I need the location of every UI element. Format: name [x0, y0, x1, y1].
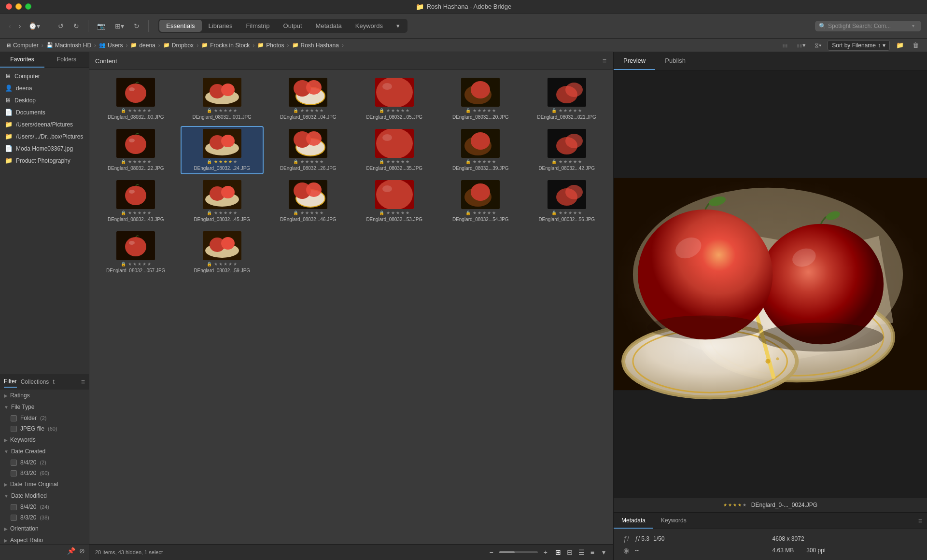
- folder-checkbox[interactable]: [11, 415, 17, 421]
- thumbnail-item[interactable]: 🔒 ★★★★★ DEnglard_08032...20.JPG: [439, 75, 522, 123]
- filter-ratings[interactable]: ▶ Ratings: [0, 390, 89, 401]
- fav-dropbox-pictures[interactable]: 📁 /Users/.../Dr...box/Pictures: [0, 130, 89, 142]
- fav-deena[interactable]: 👤 deena: [0, 82, 89, 94]
- view-toggle-btn2[interactable]: ⚏▾: [794, 41, 808, 50]
- filter-tab-collections[interactable]: Collections: [21, 377, 49, 387]
- tab-favorites[interactable]: Favorites: [0, 52, 44, 68]
- list-view-btn[interactable]: ☰: [576, 547, 587, 557]
- recent-button[interactable]: ⌚▾: [26, 20, 43, 32]
- filter-filetype[interactable]: ▼ File Type: [0, 401, 89, 413]
- tab-publish[interactable]: Publish: [655, 52, 695, 70]
- footer-more-btn[interactable]: ▾: [600, 547, 607, 557]
- tab-libraries[interactable]: Libraries: [202, 20, 239, 32]
- breadcrumb-dropbox[interactable]: 📁 Dropbox: [163, 42, 194, 49]
- zoom-minus-btn[interactable]: −: [487, 547, 495, 557]
- thumbnail-item[interactable]: 🔒 ★★★★★ DEnglard_08032...56.JPG: [525, 177, 609, 225]
- thumbnail-item[interactable]: 🔒 ★★★★★ DEnglard_08032...59.JPG: [181, 228, 264, 277]
- date-created-aug4-checkbox[interactable]: [11, 460, 17, 466]
- filter-tab-filter[interactable]: Filter: [4, 376, 17, 388]
- thumbnail-item[interactable]: 🔒 ★★★★★ DEnglard_08032...057.JPG: [94, 228, 178, 277]
- thumbnail-item[interactable]: 🔒 ★★★★★ DEnglard_08032...42.JPG: [525, 126, 609, 174]
- delete-btn[interactable]: 🗑: [910, 41, 921, 50]
- breadcrumb-macintosh[interactable]: 💾 Macintosh HD: [46, 42, 91, 49]
- filter-date-created-aug4[interactable]: 8/4/20 (2): [0, 457, 89, 468]
- fav-documents[interactable]: 📄 Documents: [0, 106, 89, 118]
- tab-preview[interactable]: Preview: [614, 52, 655, 70]
- minimize-button[interactable]: [15, 3, 22, 10]
- breadcrumb-frocks[interactable]: 📁 Frocks in Stock: [201, 42, 250, 49]
- filter-date-created-aug3[interactable]: 8/3/20 (60): [0, 468, 89, 478]
- meta-tab-metadata[interactable]: Metadata: [614, 513, 653, 529]
- search-dropdown-icon[interactable]: ▾: [912, 23, 914, 28]
- tab-filmstrip[interactable]: Filmstrip: [239, 20, 276, 32]
- filter-aspect-ratio[interactable]: ▶ Aspect Ratio: [0, 534, 89, 544]
- filter-date-modified-aug4[interactable]: 8/4/20 (24): [0, 502, 89, 512]
- pin-icon[interactable]: 📌: [67, 547, 75, 555]
- filter-date-created[interactable]: ▼ Date Created: [0, 446, 89, 457]
- filter-clear-icon[interactable]: ⊘: [79, 547, 85, 555]
- filter-btn[interactable]: ⧖▾: [812, 41, 824, 50]
- tab-essentials[interactable]: Essentials: [159, 20, 201, 32]
- breadcrumb-photos[interactable]: 📁 Photos: [257, 42, 284, 49]
- forward-button[interactable]: ›: [16, 20, 24, 32]
- grid-view-button[interactable]: ⊞▾: [112, 20, 127, 32]
- thumbnail-item[interactable]: 🔒 ★★★★★ DEnglard_08032...54.JPG: [439, 177, 522, 225]
- search-input[interactable]: [828, 23, 910, 29]
- thumbnail-item[interactable]: 🔒 ★★★★★ DEnglard_08032...43.JPG: [94, 177, 178, 225]
- date-created-aug3-checkbox[interactable]: [11, 470, 17, 476]
- filter-date-modified-aug3[interactable]: 8/3/20 (38): [0, 512, 89, 523]
- fav-desktop[interactable]: 🖥 Desktop: [0, 94, 89, 106]
- meta-options-icon[interactable]: ≡: [913, 517, 927, 525]
- thumbnail-item[interactable]: 🔒 ★★★★★ DEnglard_08032...24.JPG: [181, 126, 264, 174]
- filter-orientation[interactable]: ▶ Orientation: [0, 523, 89, 534]
- thumbnail-item[interactable]: 🔒 ★★★★★ DEnglard_08032...35.JPG: [353, 126, 436, 174]
- back-button[interactable]: ‹: [6, 20, 14, 32]
- thumbnail-item[interactable]: 🔒 ★★★★★ DEnglard_08032...46.JPG: [267, 177, 350, 225]
- tab-keywords[interactable]: Keywords: [349, 20, 390, 32]
- thumbnail-item[interactable]: 🔒 ★★★★★ DEnglard_08032...39.JPG: [439, 126, 522, 174]
- detail-view-btn[interactable]: ≡: [589, 547, 596, 557]
- fav-pictures[interactable]: 📁 /Users/deena/Pictures: [0, 118, 89, 130]
- filter-folder[interactable]: Folder (2): [0, 413, 89, 423]
- filter-keywords[interactable]: ▶ Keywords: [0, 434, 89, 446]
- filter-options-icon[interactable]: ≡: [81, 378, 85, 386]
- grid-view2-btn[interactable]: ⊟: [565, 547, 575, 557]
- thumbnail-item[interactable]: 🔒 ★★★★★ DEnglard_08032...45.JPG: [181, 177, 264, 225]
- tab-metadata[interactable]: Metadata: [309, 20, 349, 32]
- refresh-button[interactable]: ↻: [131, 20, 142, 32]
- thumbnail-item[interactable]: 🔒 ★★★★★ DEnglard_08032...26.JPG: [267, 126, 350, 174]
- zoom-plus-btn[interactable]: +: [542, 547, 549, 557]
- grid-view-btn[interactable]: ⊞: [553, 547, 563, 557]
- content-options-icon[interactable]: ≡: [602, 56, 607, 66]
- fav-moda[interactable]: 📄 Moda Home03367.jpg: [0, 142, 89, 154]
- thumbnail-item[interactable]: 🔒 ★★★★★ DEnglard_08032...00.JPG: [94, 75, 178, 123]
- new-folder-btn[interactable]: 📁: [894, 41, 906, 50]
- date-modified-aug4-checkbox[interactable]: [11, 504, 17, 510]
- tab-more[interactable]: ▾: [390, 20, 407, 32]
- undo-button[interactable]: ↺: [55, 20, 67, 32]
- camera-button[interactable]: 📷: [94, 20, 108, 32]
- maximize-button[interactable]: [25, 3, 31, 10]
- filter-jpeg[interactable]: JPEG file (60): [0, 423, 89, 434]
- fav-product-photography[interactable]: 📁 Product Photography: [0, 154, 89, 167]
- view-toggle-btn[interactable]: ⚏: [780, 41, 790, 50]
- thumbnail-item[interactable]: 🔒 ★★★★★ DEnglard_08032...05.JPG: [353, 75, 436, 123]
- fav-computer[interactable]: 🖥 Computer: [0, 70, 89, 82]
- breadcrumb-rosh[interactable]: 📁 Rosh Hashana: [292, 42, 339, 49]
- breadcrumb-deena[interactable]: 📁 deena: [130, 42, 155, 49]
- redo-button[interactable]: ↻: [70, 20, 82, 32]
- meta-tab-keywords[interactable]: Keywords: [653, 513, 694, 529]
- sort-dropdown[interactable]: Sort by Filename ↑ ▾: [828, 40, 890, 51]
- tab-folders[interactable]: Folders: [44, 52, 89, 68]
- filter-date-modified[interactable]: ▼ Date Modified: [0, 490, 89, 502]
- thumbnail-item[interactable]: 🔒 ★★★★★ DEnglard_08032...021.JPG: [525, 75, 609, 123]
- breadcrumb-computer[interactable]: 🖥 Computer: [6, 42, 39, 49]
- thumbnail-item[interactable]: 🔒 ★★★★★ DEnglard_08032...53.JPG: [353, 177, 436, 225]
- date-modified-aug3-checkbox[interactable]: [11, 515, 17, 521]
- tab-output[interactable]: Output: [277, 20, 309, 32]
- close-button[interactable]: [6, 3, 12, 10]
- breadcrumb-users[interactable]: 👥 Users: [99, 42, 123, 49]
- jpeg-checkbox[interactable]: [11, 426, 17, 432]
- filter-datetime-original[interactable]: ▶ Date Time Original: [0, 478, 89, 490]
- thumbnail-item[interactable]: 🔒 ★★★★★ DEnglard_08032...001.JPG: [181, 75, 264, 123]
